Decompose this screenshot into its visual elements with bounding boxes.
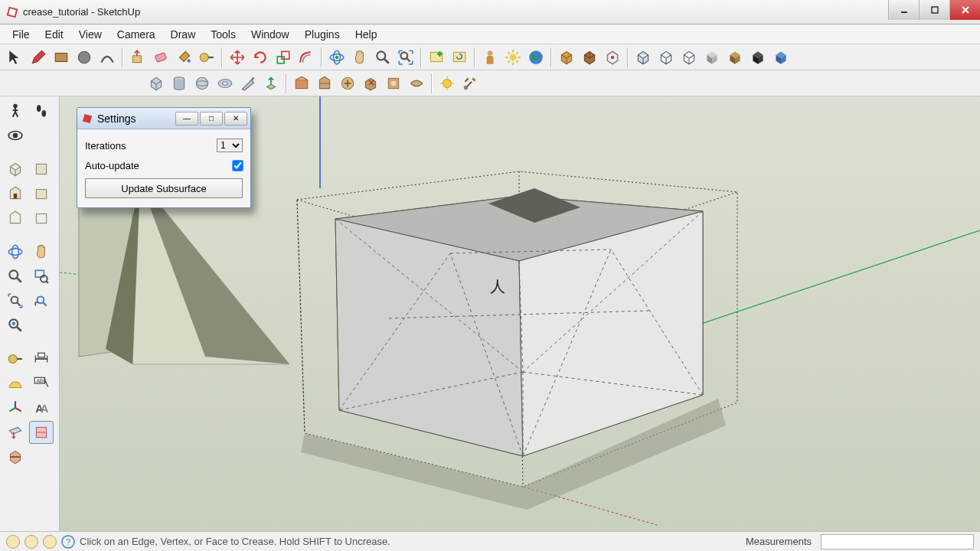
shaded-style-icon[interactable] <box>701 47 723 68</box>
add-view-icon[interactable] <box>426 47 447 68</box>
zoom-icon[interactable] <box>372 47 394 68</box>
plugin-tool-a-icon[interactable] <box>291 73 312 94</box>
monochrome-style-icon[interactable] <box>747 47 769 68</box>
circle-icon[interactable] <box>74 47 95 68</box>
box-primitive-icon[interactable] <box>145 73 167 94</box>
select-tool-icon[interactable] <box>5 47 26 68</box>
pan-hand-side-icon[interactable] <box>29 240 54 263</box>
wireframe-style-icon[interactable] <box>655 47 677 68</box>
back-view-icon[interactable] <box>3 207 28 230</box>
menu-help[interactable]: Help <box>348 27 385 42</box>
menu-file[interactable]: File <box>5 27 38 42</box>
section-display-icon[interactable] <box>29 421 54 444</box>
dialog-maximize-button[interactable]: □ <box>200 112 223 126</box>
zoom-extents-side-icon[interactable] <box>3 289 28 312</box>
svg-rect-61 <box>36 214 46 223</box>
xray-style-icon[interactable] <box>632 47 654 68</box>
plugin-tool-b-icon[interactable] <box>314 73 335 94</box>
maximize-button[interactable] <box>919 0 949 20</box>
orbit-side-icon[interactable] <box>3 240 28 263</box>
close-button[interactable] <box>949 0 980 20</box>
scale-icon[interactable] <box>273 47 294 68</box>
top-view-icon[interactable] <box>29 158 54 181</box>
zoom-side-icon[interactable] <box>3 265 28 288</box>
cylinder-primitive-icon[interactable] <box>168 73 190 94</box>
extrude-tool-icon[interactable] <box>260 73 282 94</box>
eraser-icon[interactable] <box>150 47 172 68</box>
dimension-icon[interactable] <box>29 347 54 370</box>
sun-control-icon[interactable] <box>436 73 458 94</box>
tools-config-icon[interactable] <box>459 73 481 94</box>
explode-icon[interactable] <box>602 47 623 68</box>
status-indicator-1-icon[interactable] <box>6 535 20 549</box>
pencil-icon[interactable] <box>28 47 49 68</box>
plugin-tool-e-icon[interactable] <box>383 73 404 94</box>
text-label-icon[interactable]: ABC <box>29 372 54 395</box>
front-view-icon[interactable] <box>3 182 28 205</box>
zoom-previous-icon[interactable] <box>29 289 54 312</box>
tape-measure-icon[interactable] <box>196 47 217 68</box>
dialog-minimize-button[interactable]: — <box>175 112 198 126</box>
zoom-extents-icon[interactable] <box>395 47 416 68</box>
walk-tool-icon[interactable] <box>3 99 28 122</box>
person-icon[interactable] <box>479 47 501 68</box>
knife-tool-icon[interactable] <box>237 73 259 94</box>
menu-plugins[interactable]: Plugins <box>297 27 348 42</box>
settings-dialog-titlebar[interactable]: Settings — □ ✕ <box>77 108 250 129</box>
group-icon[interactable] <box>579 47 600 68</box>
tape-side-icon[interactable] <box>3 347 28 370</box>
menu-draw[interactable]: Draw <box>163 27 204 42</box>
offset-icon[interactable] <box>296 47 317 68</box>
axes-icon[interactable] <box>3 396 28 419</box>
menu-window[interactable]: Window <box>243 27 297 42</box>
earth-icon[interactable] <box>525 47 547 68</box>
left-view-icon[interactable] <box>29 207 54 230</box>
status-indicator-3-icon[interactable] <box>43 535 57 549</box>
protractor-icon[interactable] <box>3 372 28 395</box>
torus-primitive-icon[interactable] <box>214 73 236 94</box>
3d-viewport[interactable]: 人 Settings — □ ✕ Iterations 1 <box>60 96 980 531</box>
sun-icon[interactable] <box>502 47 524 68</box>
plugin-tool-f-icon[interactable] <box>406 73 427 94</box>
plugin-tool-c-icon[interactable] <box>337 73 358 94</box>
refresh-view-icon[interactable] <box>449 47 470 68</box>
minimize-button[interactable] <box>888 0 919 20</box>
arc-icon[interactable] <box>96 47 118 68</box>
status-indicator-2-icon[interactable] <box>24 535 38 549</box>
footsteps-icon[interactable] <box>29 99 54 122</box>
update-subsurface-button[interactable]: Update Subsurface <box>85 178 243 198</box>
hidden-line-style-icon[interactable] <box>678 47 700 68</box>
push-pull-icon[interactable] <box>127 47 149 68</box>
section-plane-icon[interactable] <box>3 421 28 444</box>
svg-line-41 <box>251 77 253 80</box>
right-view-icon[interactable] <box>29 182 54 205</box>
menu-tools[interactable]: Tools <box>203 27 243 42</box>
move-icon[interactable] <box>227 47 248 68</box>
iterations-select[interactable]: 1 <box>217 139 243 152</box>
dialog-close-button[interactable]: ✕ <box>224 112 247 126</box>
menu-camera[interactable]: Camera <box>109 27 163 42</box>
rotate-icon[interactable] <box>250 47 271 68</box>
autoupdate-checkbox[interactable] <box>232 160 243 171</box>
pan-icon[interactable] <box>349 47 371 68</box>
orbit-icon[interactable] <box>326 47 348 68</box>
help-icon[interactable]: ? <box>61 535 75 549</box>
component-icon[interactable] <box>556 47 577 68</box>
svg-line-86 <box>15 408 21 411</box>
zoom-window-icon[interactable] <box>29 265 54 288</box>
plugin-tool-d-icon[interactable] <box>360 73 381 94</box>
sphere-primitive-icon[interactable] <box>191 73 213 94</box>
rectangle-icon[interactable] <box>51 47 72 68</box>
measurements-input[interactable] <box>821 534 974 549</box>
menu-edit[interactable]: Edit <box>38 27 71 42</box>
zoom-selection-icon[interactable] <box>3 314 28 337</box>
color-by-layer-icon[interactable] <box>770 47 792 68</box>
svg-point-63 <box>12 245 19 259</box>
paint-bucket-icon[interactable] <box>173 47 194 68</box>
shaded-textures-style-icon[interactable] <box>724 47 746 68</box>
section-fill-icon[interactable] <box>3 445 28 468</box>
3d-text-icon[interactable]: AA <box>29 396 54 419</box>
iso-view-icon[interactable] <box>3 158 28 181</box>
menu-view[interactable]: View <box>71 27 109 42</box>
look-around-icon[interactable] <box>3 124 28 147</box>
